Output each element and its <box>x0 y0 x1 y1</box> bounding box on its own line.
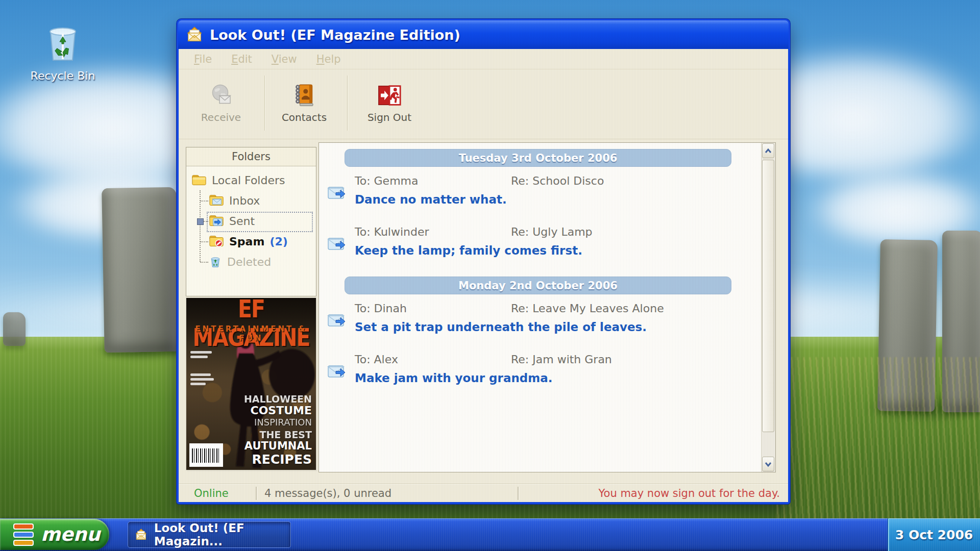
folder-icon <box>191 173 207 187</box>
message-subject: Set a pit trap underneath the pile of le… <box>355 320 647 334</box>
scroll-down-button[interactable] <box>762 457 774 471</box>
message-re: Re: Leave My Leaves Alone <box>511 302 664 315</box>
system-tray[interactable]: 3 Oct 2006 <box>888 518 980 551</box>
folder-inbox[interactable]: Inbox <box>186 190 314 211</box>
menu-bar: File Edit View Help <box>179 49 788 69</box>
receive-globe-icon <box>209 83 233 107</box>
folder-label: Deleted <box>227 256 271 268</box>
folders-header: Folders <box>186 147 316 166</box>
sent-mail-icon <box>327 237 347 252</box>
chevron-up-icon <box>764 147 773 155</box>
app-envelope-icon <box>134 527 148 543</box>
start-menu-label: menu <box>41 523 100 545</box>
status-message-count: 4 message(s), 0 unread <box>264 487 391 499</box>
status-separator <box>518 487 519 500</box>
sent-mail-icon <box>327 364 347 380</box>
message-subject: Keep the lamp; family comes first. <box>355 244 582 257</box>
start-menu-button[interactable]: menu <box>0 519 109 550</box>
app-envelope-icon <box>185 26 204 44</box>
folder-label: Sent <box>229 215 255 228</box>
folder-deleted[interactable]: Deleted <box>186 252 314 272</box>
app-window: Look Out! (EF Magazine Edition) File Edi… <box>177 19 790 504</box>
message-row-alex[interactable]: To: Alex Re: Jam with Gran Make jam with… <box>319 353 760 399</box>
taskbar-item-label: Look Out! (EF Magazin... <box>154 521 290 548</box>
recycle-bin-icon <box>39 19 86 66</box>
recycle-bin-desktop-icon[interactable]: Recycle Bin <box>19 19 106 91</box>
magazine-barcode <box>189 443 223 467</box>
contacts-button[interactable]: Contacts <box>268 77 340 133</box>
scroll-up-button[interactable] <box>762 143 774 158</box>
sent-mail-icon <box>327 313 347 329</box>
contacts-label: Contacts <box>282 111 327 123</box>
title-bar[interactable]: Look Out! (EF Magazine Edition) <box>178 20 789 49</box>
magazine-teaser-text <box>190 378 214 381</box>
receive-button[interactable]: Receive <box>183 77 259 133</box>
folder-label: Inbox <box>229 194 260 207</box>
message-to: To: Gemma <box>355 174 419 187</box>
status-online: Online <box>194 487 229 499</box>
sign-out-label: Sign Out <box>368 111 411 123</box>
date-group-header: Monday 2nd October 2006 <box>345 277 731 294</box>
taskbar-item-lookout[interactable]: Look Out! (EF Magazin... <box>128 521 291 548</box>
folders-panel: Folders Local Folders Inbox <box>186 147 316 296</box>
magazine-teaser-text <box>190 356 208 358</box>
message-list: Tuesday 3rd October 2006 To: Gemma Re: S… <box>318 142 776 472</box>
magazine-teaser-text <box>190 383 206 385</box>
hamburger-menu-icon <box>13 523 34 546</box>
menu-file[interactable]: File <box>194 53 212 65</box>
magazine-costume-overlay: HALLOWEEN COSTUME INSPIRATION <box>244 394 312 428</box>
folder-local-folders[interactable]: Local Folders <box>186 170 314 190</box>
standing-stone-left <box>102 187 179 353</box>
toolbar: Receive Contacts <box>179 69 788 139</box>
message-row-kulwinder[interactable]: To: Kulwinder Re: Ugly Lamp Keep the lam… <box>319 226 760 271</box>
status-sign-out-notice: You may now sign out for the day. <box>599 487 780 499</box>
menu-edit[interactable]: Edit <box>231 53 252 65</box>
magazine-tagline: ENTERTAINMENT & FUN <box>186 324 316 343</box>
taskbar: menu Look Out! (EF Magazin... 3 Oct 2006 <box>0 518 980 551</box>
toolbar-separator <box>264 76 265 131</box>
scrollbar-thumb[interactable] <box>762 160 774 432</box>
window-title: Look Out! (EF Magazine Edition) <box>210 27 460 43</box>
spam-folder-icon <box>209 235 224 248</box>
recycle-bin-label: Recycle Bin <box>19 69 106 82</box>
sign-out-exit-icon <box>377 84 402 107</box>
message-re: Re: School Disco <box>511 174 604 187</box>
menu-view[interactable]: View <box>272 53 297 65</box>
scrollbar[interactable] <box>761 143 775 472</box>
taskbar-clock: 3 Oct 2006 <box>895 528 973 542</box>
receive-label: Receive <box>201 111 241 123</box>
sent-mail-icon <box>327 186 347 201</box>
chevron-down-icon <box>764 461 773 468</box>
message-subject: Make jam with your grandma. <box>355 371 553 385</box>
sign-out-button[interactable]: Sign Out <box>351 77 428 133</box>
folder-spam[interactable]: Spam (2) <box>186 231 314 252</box>
message-to: To: Dinah <box>355 302 407 315</box>
folder-sent[interactable]: Sent <box>186 211 314 231</box>
inbox-folder-icon <box>209 194 224 207</box>
magazine-teaser-text <box>190 351 212 354</box>
message-row-gemma[interactable]: To: Gemma Re: School Disco Dance no matt… <box>319 174 760 220</box>
message-re: Re: Jam with Gran <box>511 353 612 366</box>
contacts-book-icon <box>292 83 316 107</box>
dry-grass-tuft <box>776 357 980 525</box>
magazine-cover: EF MAGAZINE ENTERTAINMENT & FUN HALLOWEE… <box>186 297 316 470</box>
spam-unread-count: (2) <box>270 235 287 248</box>
menu-help[interactable]: Help <box>316 53 341 65</box>
message-subject: Dance no matter what. <box>355 193 507 206</box>
status-separator <box>256 487 257 500</box>
date-group-header: Tuesday 3rd October 2006 <box>345 149 731 167</box>
message-to: To: Kulwinder <box>355 226 429 238</box>
message-to: To: Alex <box>355 353 398 366</box>
folder-label: Spam <box>229 235 264 248</box>
standing-stone-small <box>3 312 26 346</box>
folder-label: Local Folders <box>212 174 285 187</box>
message-re: Re: Ugly Lamp <box>511 226 593 238</box>
message-row-dinah[interactable]: To: Dinah Re: Leave My Leaves Alone Set … <box>319 302 760 348</box>
magazine-recipes-overlay: THE BEST AUTUMNAL RECIPES <box>244 430 312 467</box>
status-bar: Online 4 message(s), 0 unread You may no… <box>179 484 788 502</box>
magazine-teaser-text <box>190 373 211 376</box>
trash-icon <box>209 255 222 268</box>
toolbar-separator <box>347 76 348 131</box>
sent-folder-icon <box>209 214 224 228</box>
